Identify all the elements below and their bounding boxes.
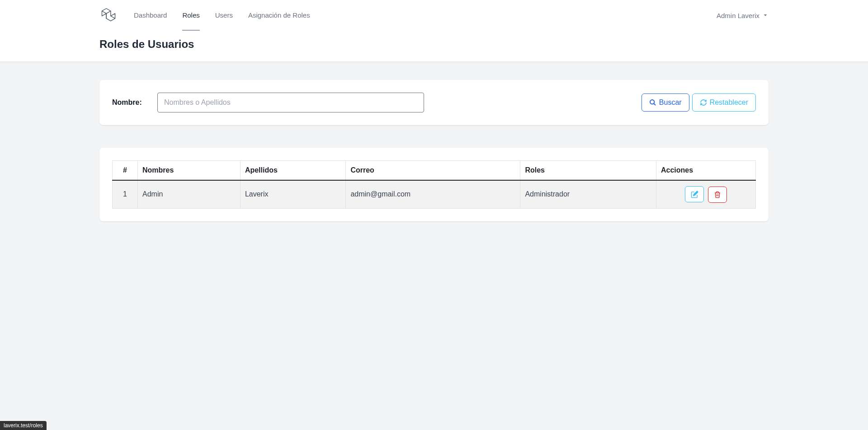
user-menu[interactable]: Admin Laverix	[717, 12, 769, 19]
table-row: 1 Admin Laverix admin@gmail.com Administ…	[113, 180, 756, 208]
app-logo[interactable]	[99, 6, 118, 24]
refresh-icon	[700, 99, 707, 106]
main-content: Nombre: Buscar Re	[81, 62, 787, 239]
edit-button[interactable]	[685, 186, 704, 202]
th-num: #	[113, 161, 138, 181]
cell-apellidos: Laverix	[240, 180, 346, 208]
user-name: Admin Laverix	[717, 12, 760, 19]
nav-roles[interactable]: Roles	[182, 0, 199, 31]
th-nombres: Nombres	[138, 161, 241, 181]
page-title: Roles de Usuarios	[99, 38, 769, 51]
roles-table: # Nombres Apellidos Correo Roles Accione…	[112, 160, 756, 209]
th-apellidos: Apellidos	[240, 161, 346, 181]
primary-nav: Dashboard Roles Users Asignación de Role…	[134, 0, 310, 31]
trash-icon	[714, 191, 721, 198]
search-icon	[649, 99, 656, 106]
delete-button[interactable]	[708, 187, 727, 203]
chevron-down-icon	[762, 12, 769, 19]
th-acciones: Acciones	[656, 161, 756, 181]
cell-correo: admin@gmail.com	[346, 180, 520, 208]
table-card: # Nombres Apellidos Correo Roles Accione…	[99, 148, 769, 221]
nav-users[interactable]: Users	[215, 0, 233, 31]
cell-num: 1	[113, 180, 138, 208]
svg-point-0	[650, 100, 654, 104]
buscar-label: Buscar	[659, 98, 682, 107]
nav-dashboard[interactable]: Dashboard	[134, 0, 167, 31]
svg-line-1	[654, 103, 656, 105]
edit-icon	[691, 191, 698, 198]
cell-acciones	[656, 180, 756, 208]
top-header: Dashboard Roles Users Asignación de Role…	[0, 0, 868, 62]
laravel-logo-icon	[100, 7, 117, 23]
restablecer-button[interactable]: Restablecer	[692, 93, 756, 112]
th-correo: Correo	[346, 161, 520, 181]
buscar-button[interactable]: Buscar	[642, 93, 689, 112]
search-input[interactable]	[157, 93, 424, 112]
search-label: Nombre:	[112, 98, 144, 107]
search-card: Nombre: Buscar Re	[99, 80, 769, 125]
th-roles: Roles	[520, 161, 656, 181]
cell-nombres: Admin	[138, 180, 241, 208]
cell-roles: Administrador	[520, 180, 656, 208]
nav-asignacion-roles[interactable]: Asignación de Roles	[248, 0, 310, 31]
restablecer-label: Restablecer	[710, 98, 748, 107]
